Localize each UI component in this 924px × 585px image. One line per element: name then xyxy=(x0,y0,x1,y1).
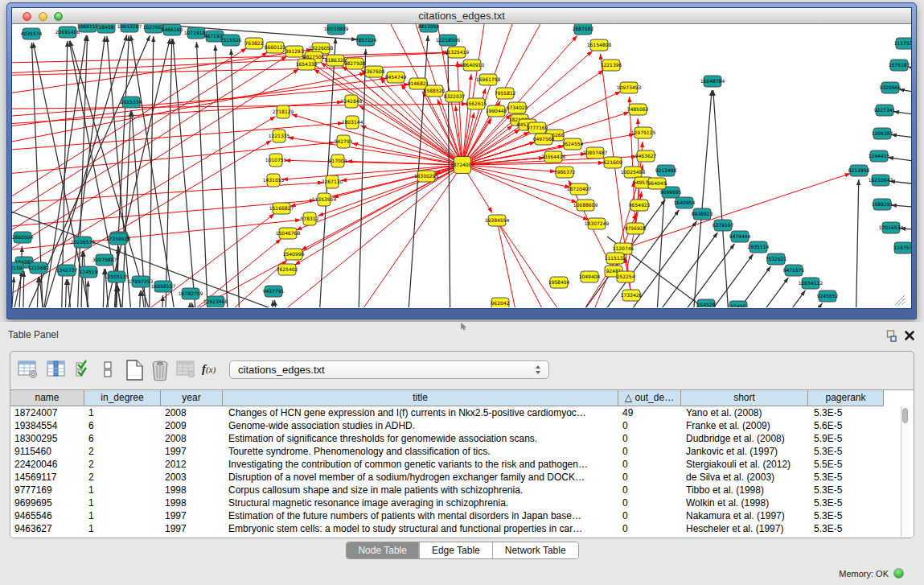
graph-edge[interactable] xyxy=(855,179,859,307)
graph-edge[interactable] xyxy=(271,300,273,307)
graph-node[interactable]: 20364436 xyxy=(541,151,566,163)
graph-node[interactable]: 1244415 xyxy=(869,150,890,162)
graph-node[interactable]: 1640954 xyxy=(674,197,696,208)
column-header-short[interactable]: short xyxy=(681,390,808,406)
zoom-button[interactable] xyxy=(54,12,63,21)
graph-node[interactable]: 9777169 xyxy=(527,122,548,134)
graph-node[interactable]: 2935114 xyxy=(748,241,770,253)
graph-node[interactable]: 8938923 xyxy=(692,208,713,220)
graph-edge[interactable] xyxy=(12,123,343,156)
table-row[interactable]: 1456911722003Disruption of a novel membe… xyxy=(10,471,914,484)
graph-node[interactable]: 15046768 xyxy=(276,228,301,239)
column-header-in_degree[interactable]: in_degree xyxy=(84,390,161,406)
graph-node[interactable]: 16648784 xyxy=(700,76,725,87)
graph-node[interactable]: 20206576 xyxy=(71,237,96,248)
graph-edge[interactable] xyxy=(292,114,462,165)
graph-edge[interactable] xyxy=(341,165,462,181)
table-row[interactable]: 969969511998Structural magnetic resonanc… xyxy=(10,496,914,509)
graph-node[interactable]: 2803144 xyxy=(342,116,363,129)
graph-node[interactable]: 7955812 xyxy=(495,88,516,99)
graph-node[interactable]: 1049404 xyxy=(579,271,601,282)
graph-node[interactable]: 917004 xyxy=(329,154,347,167)
graph-node[interactable]: 11353554 xyxy=(312,193,337,206)
graph-node[interactable]: 12218506 xyxy=(436,35,461,46)
graph-edge[interactable] xyxy=(196,42,209,307)
graph-node[interactable]: 30975887 xyxy=(92,254,117,266)
float-panel-icon[interactable] xyxy=(885,330,897,342)
graph-node[interactable]: 16210643 xyxy=(869,175,893,186)
graph-node[interactable]: 12975115 xyxy=(631,127,656,138)
graph-node[interactable]: 3624554 xyxy=(562,138,584,150)
network-view-window[interactable]: citations_edges.txt 40355742069140610691… xyxy=(6,2,917,319)
scrollbar-thumb[interactable] xyxy=(902,408,908,423)
graph-node[interactable]: 12505135 xyxy=(105,271,129,282)
graph-node[interactable]: 9227341 xyxy=(874,105,896,116)
column-header-name[interactable]: name xyxy=(10,390,84,406)
graph-node[interactable]: 16033809 xyxy=(324,24,349,35)
table-row[interactable]: 1938455462009Genome-wide association stu… xyxy=(10,419,914,432)
graph-edge[interactable] xyxy=(80,251,83,307)
tab-network-table[interactable]: Network Table xyxy=(492,542,578,558)
network-canvas[interactable]: 4035574206914061069115184581065328715276… xyxy=(12,24,911,308)
graph-edge[interactable] xyxy=(497,220,583,307)
graph-node[interactable]: 4035574 xyxy=(21,28,43,39)
graph-node[interactable]: 8660123 xyxy=(265,42,286,53)
graph-node[interactable]: 18300295 xyxy=(414,171,439,182)
graph-node[interactable]: 114519 xyxy=(80,266,98,278)
graph-node[interactable]: 9654923 xyxy=(629,200,651,211)
graph-node[interactable]: 1221396 xyxy=(601,60,622,71)
graph-node[interactable]: 10654112 xyxy=(799,278,823,289)
graph-edge[interactable] xyxy=(23,271,24,307)
graph-edge[interactable] xyxy=(187,303,190,307)
graph-node[interactable]: 763822 xyxy=(245,38,264,49)
graph-node[interactable]: 7515526 xyxy=(220,35,242,46)
graph-edge[interactable] xyxy=(893,112,911,120)
graph-node[interactable]: 16961758 xyxy=(476,74,501,85)
graph-node[interactable]: 10025488 xyxy=(621,167,646,178)
graph-node[interactable]: 17359928 xyxy=(106,233,131,245)
table-body[interactable]: 1872400712008Changes of HCN gene express… xyxy=(10,406,914,535)
graph-node[interactable]: 16958107 xyxy=(151,281,176,292)
graph-node[interactable]: 3267130 xyxy=(322,175,343,188)
graph-node[interactable]: 1733426 xyxy=(621,290,643,301)
table-scrollbar[interactable] xyxy=(901,406,910,537)
graph-node[interactable]: 1662615 xyxy=(466,98,487,109)
graph-edge[interactable] xyxy=(462,165,570,187)
graph-node[interactable]: 18720407 xyxy=(567,183,592,195)
graph-node[interactable]: 1990448 xyxy=(486,105,507,117)
tab-edge-table[interactable]: Edge Table xyxy=(419,542,492,558)
graph-edge[interactable] xyxy=(216,45,229,307)
graph-node[interactable]: 9213498 xyxy=(655,165,677,176)
graph-node[interactable]: 9329966 xyxy=(880,82,901,93)
table-row[interactable]: 2242004622012Investigating the contribut… xyxy=(10,458,914,471)
graph-edge[interactable] xyxy=(161,295,163,307)
graph-node[interactable]: 9457791 xyxy=(263,286,285,297)
graph-node[interactable]: 1588520 xyxy=(424,85,446,97)
graph-edge[interactable] xyxy=(173,39,201,307)
new-document-icon[interactable] xyxy=(124,360,145,381)
table-row[interactable]: 1872400712008Changes of HCN gene express… xyxy=(10,406,914,419)
close-panel-icon[interactable] xyxy=(904,330,915,341)
graph-node[interactable]: 2687682 xyxy=(573,24,594,35)
graph-edge[interactable] xyxy=(338,165,462,307)
table-row[interactable]: 946554611997Estimation of the future num… xyxy=(10,509,914,522)
graph-node[interactable]: 8213958 xyxy=(848,165,870,176)
graph-node[interactable]: 9827508 xyxy=(344,58,366,69)
column-header-out_de[interactable]: △ out_de… xyxy=(618,390,681,406)
graph-edge[interactable] xyxy=(891,134,911,142)
graph-node[interactable]: 92450 xyxy=(729,301,747,307)
graph-node[interactable]: 11325419 xyxy=(445,47,470,58)
graph-edge[interactable] xyxy=(64,279,67,307)
graph-node[interactable]: 578312 xyxy=(301,212,319,225)
graph-edge[interactable] xyxy=(36,277,39,307)
graph-node[interactable]: 19384554 xyxy=(485,215,510,226)
column-header-pagerank[interactable]: pagerank xyxy=(808,390,884,406)
graph-edge[interactable] xyxy=(627,244,734,307)
graph-node[interactable]: 1958454 xyxy=(548,277,570,288)
graph-node[interactable]: 9474444 xyxy=(729,231,751,242)
table-row[interactable]: 911546021997Tourette syndrome. Phenomeno… xyxy=(10,445,914,458)
graph-node[interactable]: 17016534 xyxy=(879,222,904,233)
graph-node[interactable]: 16782759 xyxy=(179,288,203,299)
graph-node[interactable]: 1654339 xyxy=(296,59,318,70)
graph-node[interactable]: 7625402 xyxy=(277,264,298,275)
